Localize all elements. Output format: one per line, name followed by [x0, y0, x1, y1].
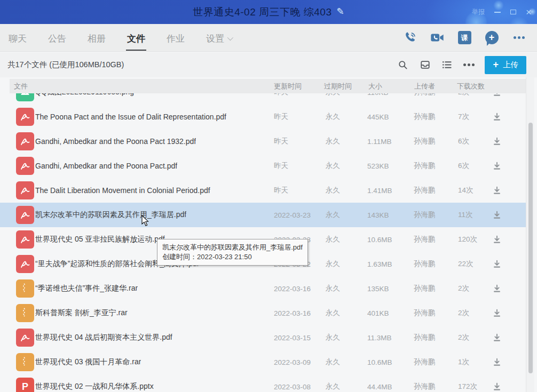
report-button[interactable]: 举报: [472, 7, 485, 17]
file-size: 1.41MB: [367, 178, 392, 203]
tab-files[interactable]: 文件: [126, 25, 146, 51]
file-uploader: 孙海鹏: [414, 252, 436, 276]
video-call-icon[interactable]: [430, 30, 445, 45]
file-name[interactable]: 世界现代史 02 一战和凡华体系.pptx: [35, 374, 154, 392]
column-header-downloads[interactable]: 下载次数: [457, 79, 485, 93]
more-actions-icon[interactable]: [463, 59, 475, 71]
table-row[interactable]: 世界现代史 04 战后初期资本主义世界.pdf 2022-03-15 永久 11…: [0, 325, 537, 350]
column-header-size[interactable]: 大小: [368, 79, 382, 93]
download-button[interactable]: [489, 227, 505, 252]
minimize-icon[interactable]: [494, 12, 501, 13]
tab-homework[interactable]: 作业: [165, 25, 186, 51]
file-expiry: 永久: [326, 325, 340, 350]
file-download-count: 7次: [458, 105, 469, 129]
inbox-icon[interactable]: [419, 59, 431, 71]
edit-title-icon[interactable]: ✎: [337, 6, 344, 17]
close-icon[interactable]: ×: [526, 7, 532, 17]
search-icon[interactable]: [397, 59, 409, 71]
column-header-updated[interactable]: 更新时间: [274, 79, 302, 93]
download-button[interactable]: [489, 129, 505, 154]
tab-settings[interactable]: 设置: [205, 25, 233, 51]
file-type-icon: [16, 304, 34, 322]
download-button[interactable]: [489, 374, 505, 392]
file-name[interactable]: 凯末尔改革中的苏联因素及其作用_李瑞居.pdf: [35, 203, 186, 227]
table-row[interactable]: “季诺维也夫信”事件_张建华.rar 2022-03-16 永久 135KB 孙…: [0, 276, 537, 301]
file-expiry: 永久: [326, 374, 340, 392]
file-name[interactable]: The Poona Pact and the Issue of Dalit Re…: [35, 105, 226, 129]
file-download-count: 120次: [458, 227, 477, 252]
download-button[interactable]: [489, 350, 505, 374]
file-name[interactable]: Gandhi, Ambedkar and the Poona Pact 1932…: [35, 129, 196, 154]
table-row[interactable]: The Dalit Liberation Movement in Colonia…: [0, 178, 537, 203]
file-name[interactable]: QQ截图20220329110633.png: [35, 93, 134, 105]
list-view-icon[interactable]: [441, 59, 453, 71]
class-icon[interactable]: 课: [457, 30, 472, 45]
file-name[interactable]: 世界现代史 05 亚非拉民族解放运动.pdf: [35, 227, 165, 252]
file-download-count: 1次: [458, 350, 469, 374]
file-name[interactable]: 世界现代史 03 俄国十月革命.rar: [35, 350, 141, 374]
table-row[interactable]: The Poona Pact and the Issue of Dalit Re…: [0, 105, 537, 129]
upload-button-label: 上传: [503, 60, 518, 70]
voice-call-icon[interactable]: [402, 30, 417, 45]
download-button[interactable]: [489, 105, 505, 129]
upload-button[interactable]: + 上传: [485, 56, 526, 74]
file-type-icon: [16, 353, 34, 371]
tooltip-filename: 凯末尔改革中的苏联因素及其作用_李瑞居.pdf: [162, 243, 303, 252]
more-icon[interactable]: [511, 30, 526, 45]
file-type-icon: [16, 181, 34, 199]
tab-announcement[interactable]: 公告: [47, 25, 67, 51]
file-updated: 昨天: [274, 93, 288, 105]
scrollbar-thumb[interactable]: [528, 123, 533, 373]
table-row[interactable]: 世界现代史 03 俄国十月革命.rar 2022-03-09 永久 10.6MB…: [0, 350, 537, 374]
table-row[interactable]: Gandhi, Ambedkar and the Poona Pact.pdf …: [0, 154, 537, 178]
file-list-area: 文件 更新时间 过期时间 大小 上传者 下载次数 QQ截图20220329110…: [0, 77, 537, 392]
download-button[interactable]: [489, 93, 505, 105]
tab-album[interactable]: 相册: [86, 25, 107, 51]
download-button[interactable]: [489, 325, 505, 350]
download-button[interactable]: [489, 252, 505, 276]
file-size: 401KB: [367, 301, 389, 325]
file-size: 1.11MB: [367, 129, 392, 154]
group-files-window: 世界通史4-02 周三下晚 综403 ✎ 举报 × 聊天 公告 相册 文件 作业…: [0, 0, 537, 392]
file-updated: 昨天: [274, 154, 288, 178]
file-uploader: 孙海鹏: [414, 203, 436, 227]
file-uploader: 孙海鹏: [414, 374, 436, 392]
download-button[interactable]: [489, 276, 505, 301]
column-header-expiry[interactable]: 过期时间: [324, 79, 352, 93]
file-expiry: 永久: [326, 350, 340, 374]
download-button[interactable]: [489, 203, 505, 227]
file-size: 10.6MB: [367, 350, 392, 374]
tab-chat[interactable]: 聊天: [7, 25, 28, 51]
file-size: 135KB: [367, 276, 389, 301]
file-name[interactable]: The Dalit Liberation Movement in Colonia…: [35, 178, 210, 203]
scrollbar[interactable]: [526, 77, 534, 392]
table-row[interactable]: QQ截图20220329110633.png 昨天 永久 110KB 孙海鹏 2…: [0, 93, 537, 105]
download-button[interactable]: [489, 154, 505, 178]
maximize-icon[interactable]: [510, 10, 516, 14]
tooltip-created-time: 创建时间：2022-03-23 21:50: [162, 252, 303, 262]
page-title: 世界通史4-02 周三下晚 综403: [193, 5, 331, 19]
table-row[interactable]: P 世界现代史 02 一战和凡华体系.pptx 2022-03-08 永久 44…: [0, 374, 537, 392]
file-name[interactable]: 斯科普斯案 剖析_李亚宁.rar: [35, 301, 128, 325]
file-updated: 昨天: [274, 129, 288, 154]
column-header-uploader[interactable]: 上传者: [414, 79, 435, 93]
file-updated: 2022-03-09: [274, 350, 311, 374]
file-size: 44.4MB: [367, 374, 392, 392]
file-download-count: 11次: [458, 203, 473, 227]
file-download-count: 2次: [458, 93, 469, 105]
download-button[interactable]: [489, 178, 505, 203]
file-name[interactable]: 世界现代史 04 战后初期资本主义世界.pdf: [35, 325, 172, 350]
file-uploader: 孙海鹏: [414, 325, 436, 350]
file-expiry: 永久: [326, 276, 340, 301]
file-download-count: 2次: [458, 276, 469, 301]
file-name[interactable]: “季诺维也夫信”事件_张建华.rar: [35, 276, 138, 301]
file-name[interactable]: Gandhi, Ambedkar and the Poona Pact.pdf: [35, 154, 177, 178]
add-icon[interactable]: +: [484, 30, 499, 45]
file-expiry: 永久: [326, 252, 340, 276]
table-row[interactable]: Gandhi, Ambedkar and the Poona Pact 1932…: [0, 129, 537, 154]
column-header-file[interactable]: 文件: [14, 79, 28, 93]
table-row[interactable]: 凯末尔改革中的苏联因素及其作用_李瑞居.pdf 2022-03-23 永久 14…: [0, 203, 526, 227]
table-row[interactable]: 斯科普斯案 剖析_李亚宁.rar 2022-03-16 永久 401KB 孙海鹏…: [0, 301, 537, 325]
file-expiry: 永久: [326, 203, 340, 227]
download-button[interactable]: [489, 301, 505, 325]
